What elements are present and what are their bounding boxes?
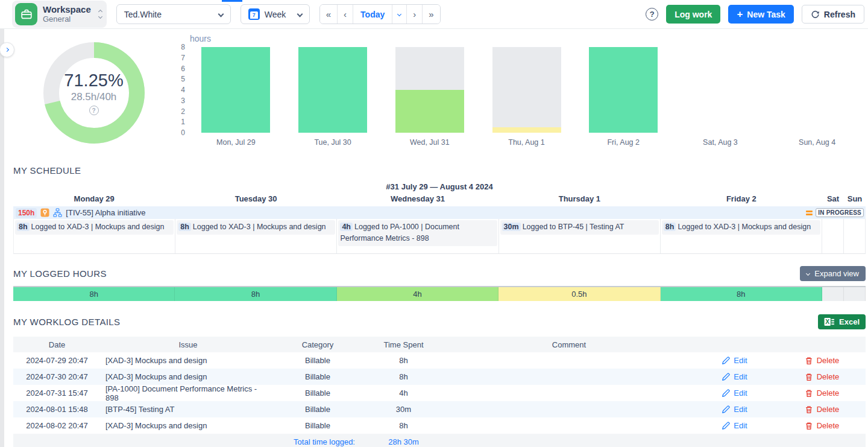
worklog-date: 2024-08-01 15:48 bbox=[13, 401, 101, 417]
worklog-issue: [XAD-3] Mockups and design bbox=[101, 369, 275, 385]
time-badge: 4h bbox=[340, 223, 353, 231]
delete-button[interactable]: Delete bbox=[805, 405, 840, 414]
chevron-down-icon bbox=[297, 11, 303, 17]
schedule-day-cell: 8hLogged to XAD-3 | Mockups and design bbox=[14, 219, 175, 253]
log-work-button[interactable]: Log work bbox=[666, 5, 720, 24]
last-week-button[interactable]: » bbox=[423, 5, 439, 24]
active-tab-indicator bbox=[222, 0, 242, 2]
worklog-entry-chip[interactable]: 8hLogged to XAD-3 | Mockups and design bbox=[662, 220, 820, 235]
column-header: Issue bbox=[101, 337, 275, 352]
delete-button[interactable]: Delete bbox=[805, 421, 840, 430]
trash-icon bbox=[805, 373, 813, 381]
calendar-icon: 7 bbox=[248, 8, 260, 20]
delete-button[interactable]: Delete bbox=[805, 372, 840, 381]
worklog-header-row: DateIssueCategoryTime SpentComment bbox=[13, 337, 866, 352]
help-icon[interactable]: ? bbox=[646, 8, 658, 21]
delete-label: Delete bbox=[817, 388, 840, 398]
bar-category-label: Fri, Aug 2 bbox=[607, 138, 640, 147]
y-axis-tick: 0 bbox=[174, 130, 187, 136]
excel-label: Excel bbox=[839, 317, 860, 326]
expand-view-button[interactable]: Expand view bbox=[800, 266, 866, 281]
donut-help-icon[interactable]: ? bbox=[89, 106, 99, 115]
worklog-category: Billable bbox=[275, 352, 360, 369]
worklog-entry-chip[interactable]: 8hLogged to XAD-3 | Mockups and design bbox=[15, 220, 174, 235]
delete-button[interactable]: Delete bbox=[805, 388, 840, 398]
entry-text: Logged to XAD-3 | Mockups and design bbox=[31, 223, 165, 231]
bar-segment-logged bbox=[298, 47, 367, 133]
plus-icon: + bbox=[737, 8, 743, 21]
worklog-date: 2024-07-30 20:47 bbox=[13, 369, 101, 385]
edit-label: Edit bbox=[734, 372, 747, 381]
y-axis-tick: 5 bbox=[174, 76, 187, 82]
bar-segment-logged bbox=[201, 47, 270, 133]
worklog-table: DateIssueCategoryTime SpentComment 2024-… bbox=[13, 337, 866, 447]
worklog-issue: [XAD-3] Mockups and design bbox=[101, 417, 275, 434]
edit-button[interactable]: Edit bbox=[722, 372, 747, 381]
worklog-section-title: MY WORKLOG DETAILS bbox=[13, 317, 121, 327]
schedule-day-header: Tuesday 30 bbox=[175, 192, 336, 206]
table-row: 2024-08-02 20:47[XAD-3] Mockups and desi… bbox=[13, 417, 866, 434]
column-header: Date bbox=[13, 337, 101, 352]
logged-hours-segment: 4h bbox=[337, 287, 498, 301]
worklog-issue: [BTP-45] Testing AT bbox=[101, 401, 275, 417]
logged-hours-segment bbox=[844, 287, 866, 301]
worklog-footer-row: Total time logged: 28h 30m bbox=[13, 434, 866, 447]
pencil-icon bbox=[722, 357, 730, 365]
period-select[interactable]: 7 Week bbox=[241, 4, 310, 24]
time-badge: 8h bbox=[178, 223, 191, 231]
workspace-subtitle: General bbox=[43, 15, 91, 24]
bar-segment-remaining bbox=[492, 47, 561, 127]
edit-button[interactable]: Edit bbox=[722, 356, 747, 365]
prev-week-button[interactable]: ‹ bbox=[338, 5, 353, 24]
worklog-category: Billable bbox=[275, 401, 360, 417]
edit-button[interactable]: Edit bbox=[722, 388, 747, 398]
issue-title-link[interactable]: [TIV-55] Alpha initiative bbox=[66, 208, 145, 217]
dashboard-row: 71.25% 28.5h/40h ? hours 876543210 Mon, … bbox=[13, 29, 866, 157]
column-header bbox=[778, 337, 866, 352]
y-axis-tick: 7 bbox=[174, 55, 187, 61]
worklog-time-spent: 8h bbox=[360, 417, 447, 434]
edit-label: Edit bbox=[734, 421, 747, 430]
first-week-button[interactable]: « bbox=[320, 5, 338, 24]
pencil-icon bbox=[722, 389, 730, 398]
worklog-comment bbox=[447, 385, 691, 401]
today-button[interactable]: Today bbox=[353, 5, 392, 24]
schedule-entries-row: 8hLogged to XAD-3 | Mockups and design8h… bbox=[13, 219, 866, 254]
pencil-icon bbox=[722, 422, 730, 430]
sidebar-expand-button[interactable] bbox=[0, 42, 14, 57]
edit-button[interactable]: Edit bbox=[722, 405, 747, 414]
workspace-selector[interactable]: Workspace General bbox=[12, 1, 107, 28]
hierarchy-icon bbox=[53, 208, 62, 217]
refresh-button[interactable]: Refresh bbox=[802, 5, 864, 24]
worklog-category: Billable bbox=[275, 385, 360, 401]
delete-button[interactable]: Delete bbox=[805, 356, 840, 365]
schedule-day-header: Sun bbox=[844, 192, 866, 206]
schedule-section-title: MY SCHEDULE bbox=[13, 165, 866, 176]
edit-label: Edit bbox=[734, 388, 747, 398]
worklog-entry-chip[interactable]: 8hLogged to XAD-3 | Mockups and design bbox=[177, 220, 335, 235]
worklog-time-spent: 8h bbox=[360, 352, 447, 369]
schedule-day-header: Sat bbox=[822, 192, 844, 206]
worklog-entry-chip[interactable]: 30mLogged to BTP-45 | Testing AT bbox=[500, 220, 659, 235]
date-nav-group: « ‹ Today › » bbox=[319, 4, 441, 24]
export-excel-button[interactable]: X Excel bbox=[818, 314, 866, 329]
schedule-day-header: Thursday 1 bbox=[498, 192, 660, 206]
refresh-icon bbox=[811, 10, 820, 19]
schedule-day-headers: Monday 29Tuesday 30Wednesday 31Thursday … bbox=[13, 192, 866, 206]
worklog-issue: [XAD-3] Mockups and design bbox=[101, 352, 275, 369]
briefcase-icon bbox=[15, 3, 37, 25]
next-week-button[interactable]: › bbox=[407, 5, 423, 24]
worklog-body: 2024-07-29 20:47[XAD-3] Mockups and desi… bbox=[13, 352, 866, 434]
user-select-value: Ted.White bbox=[124, 10, 219, 19]
bar-segment-logged bbox=[395, 90, 464, 133]
today-dropdown-button[interactable] bbox=[392, 5, 407, 24]
schedule-day-cell: 8hLogged to XAD-3 | Mockups and design bbox=[175, 219, 337, 253]
entry-text: Logged to XAD-3 | Mockups and design bbox=[193, 223, 326, 231]
bar-column: Thu, Aug 1 bbox=[478, 44, 575, 147]
edit-button[interactable]: Edit bbox=[722, 421, 747, 430]
new-task-button[interactable]: + New Task bbox=[728, 5, 793, 24]
worklog-entry-chip[interactable]: 4hLogged to PA-1000 | Document Performan… bbox=[338, 220, 497, 246]
schedule-day-cell bbox=[844, 219, 866, 253]
bar-category-label: Thu, Aug 1 bbox=[508, 138, 544, 147]
user-select[interactable]: Ted.White bbox=[116, 4, 231, 24]
